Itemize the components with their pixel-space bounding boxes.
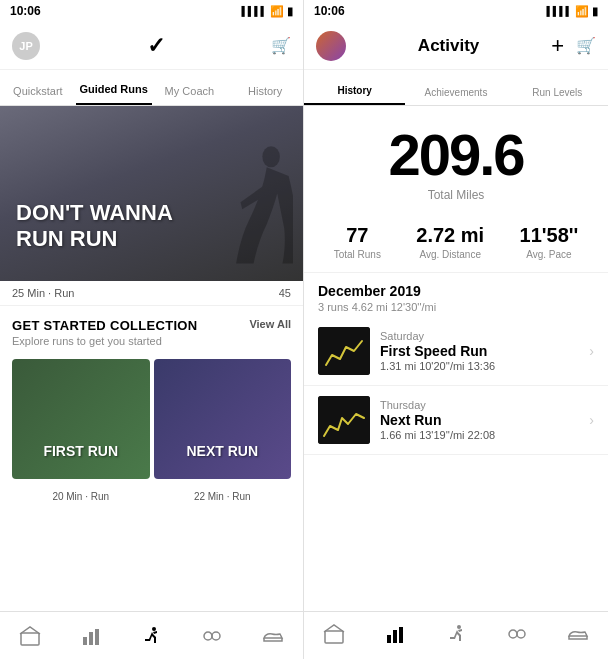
- run-cards-row: FIRST RUN NEXT RUN: [0, 351, 303, 487]
- right-header-actions: + 🛒: [551, 33, 596, 59]
- right-bag-icon[interactable]: 🛒: [576, 36, 596, 55]
- month-meta: 3 runs 4.62 mi 12'30''/mi: [318, 301, 594, 313]
- stats-row: 77 Total Runs 2.72 mi Avg. Distance 11'5…: [304, 212, 608, 273]
- run-chevron-2: ›: [589, 412, 594, 428]
- tab-achievements[interactable]: Achievements: [405, 87, 506, 105]
- plus-icon[interactable]: +: [551, 33, 564, 59]
- collection-subtitle: Explore runs to get you started: [12, 335, 197, 347]
- hero-card[interactable]: DON'T WANNA RUN RUN: [0, 106, 303, 281]
- svg-point-15: [509, 630, 517, 638]
- total-miles-value: 209.6: [320, 126, 592, 184]
- right-header-title: Activity: [418, 36, 479, 56]
- right-nav-run[interactable]: [445, 623, 467, 649]
- left-header: JP ✓ 🛒: [0, 22, 303, 70]
- avg-pace-label: Avg. Pace: [520, 249, 579, 260]
- tab-history[interactable]: History: [227, 85, 303, 105]
- avatar[interactable]: JP: [12, 32, 40, 60]
- svg-point-5: [152, 627, 156, 631]
- svg-rect-10: [325, 631, 343, 643]
- battery-icon: ▮: [287, 5, 293, 18]
- run-item-2[interactable]: Thursday Next Run 1.66 mi 13'19''/mi 22:…: [304, 386, 608, 455]
- right-bottom-nav: [304, 611, 608, 659]
- right-nav-social[interactable]: [506, 623, 528, 649]
- nav-icon-run[interactable]: [140, 625, 162, 647]
- stats-main: 209.6 Total Miles: [304, 106, 608, 212]
- run-item-1[interactable]: Saturday First Speed Run 1.31 mi 10'20''…: [304, 317, 608, 386]
- nav-icon-chart[interactable]: [80, 625, 102, 647]
- right-time: 10:06: [314, 4, 345, 18]
- run-info-1: Saturday First Speed Run 1.31 mi 10'20''…: [380, 330, 589, 372]
- left-nav-tabs: Quickstart Guided Runs My Coach History: [0, 70, 303, 106]
- run-map-thumb-1: [318, 327, 370, 375]
- right-status-icons: ▌▌▌▌ 📶 ▮: [546, 5, 598, 18]
- svg-point-16: [517, 630, 525, 638]
- left-status-bar: 10:06 ▌▌▌▌ 📶 ▮: [0, 0, 303, 22]
- avg-pace-value: 11'58'': [520, 224, 579, 247]
- run-card-next[interactable]: NEXT RUN: [154, 359, 292, 479]
- history-month: December 2019 3 runs 4.62 mi 12'30''/mi: [304, 273, 608, 317]
- next-run-bg: [154, 359, 292, 479]
- hero-meta: 25 Min · Run 45: [0, 281, 303, 306]
- svg-rect-12: [393, 630, 397, 643]
- first-run-bg: [12, 359, 150, 479]
- tab-guided-runs[interactable]: Guided Runs: [76, 83, 152, 105]
- run-day-1: Saturday: [380, 330, 589, 342]
- first-run-label: FIRST RUN: [12, 443, 150, 459]
- total-runs-value: 77: [334, 224, 381, 247]
- left-status-icons: ▌▌▌▌ 📶 ▮: [241, 5, 293, 18]
- header-right-icons: 🛒: [271, 36, 291, 55]
- right-panel: 10:06 ▌▌▌▌ 📶 ▮ Activity + 🛒 History Achi…: [304, 0, 608, 659]
- run-name-2: Next Run: [380, 412, 589, 428]
- nike-logo: ✓: [147, 33, 164, 59]
- right-battery-icon: ▮: [592, 5, 598, 18]
- total-miles-label: Total Miles: [320, 188, 592, 202]
- tab-run-levels[interactable]: Run Levels: [507, 87, 608, 105]
- signal-icon: ▌▌▌▌: [241, 6, 267, 16]
- nav-icon-shoe[interactable]: [262, 625, 284, 647]
- tab-history-right[interactable]: History: [304, 85, 405, 105]
- nav-icon-social[interactable]: [201, 625, 223, 647]
- svg-point-0: [262, 146, 280, 167]
- svg-point-14: [457, 625, 461, 629]
- tab-quickstart[interactable]: Quickstart: [0, 85, 76, 105]
- avg-distance-value: 2.72 mi: [416, 224, 484, 247]
- svg-rect-2: [83, 637, 87, 645]
- svg-rect-1: [21, 633, 39, 645]
- right-nav-tabs: History Achievements Run Levels: [304, 70, 608, 106]
- right-profile-avatar[interactable]: [316, 31, 346, 61]
- first-run-meta: 20 Min · Run: [12, 487, 150, 506]
- run-name-1: First Speed Run: [380, 343, 589, 359]
- right-header: Activity + 🛒: [304, 22, 608, 70]
- run-details-2: 1.66 mi 13'19''/mi 22:08: [380, 429, 589, 441]
- run-map-path-1: [318, 327, 370, 375]
- next-run-label: NEXT RUN: [154, 443, 292, 459]
- view-all-button[interactable]: View All: [249, 318, 291, 330]
- nav-icon-home[interactable]: [19, 625, 41, 647]
- svg-point-7: [212, 632, 220, 640]
- total-runs-label: Total Runs: [334, 249, 381, 260]
- stat-avg-distance: 2.72 mi Avg. Distance: [416, 224, 484, 260]
- right-nav-shoe[interactable]: [567, 623, 589, 649]
- next-run-meta: 22 Min · Run: [154, 487, 292, 506]
- stat-avg-pace: 11'58'' Avg. Pace: [520, 224, 579, 260]
- avg-distance-label: Avg. Distance: [416, 249, 484, 260]
- right-signal-icon: ▌▌▌▌: [546, 6, 572, 16]
- right-nav-chart[interactable]: [384, 623, 406, 649]
- stat-total-runs: 77 Total Runs: [334, 224, 381, 260]
- tab-my-coach[interactable]: My Coach: [152, 85, 228, 105]
- left-bottom-nav: [0, 611, 303, 659]
- run-map-path-2: [318, 396, 370, 444]
- svg-point-6: [204, 632, 212, 640]
- right-nav-home[interactable]: [323, 623, 345, 649]
- collection-header: GET STARTED COLLECTION Explore runs to g…: [0, 306, 303, 351]
- right-status-bar: 10:06 ▌▌▌▌ 📶 ▮: [304, 0, 608, 22]
- bag-icon[interactable]: 🛒: [271, 36, 291, 55]
- run-day-2: Thursday: [380, 399, 589, 411]
- run-info-2: Thursday Next Run 1.66 mi 13'19''/mi 22:…: [380, 399, 589, 441]
- collection-title: GET STARTED COLLECTION: [12, 318, 197, 333]
- runner-silhouette: [223, 141, 293, 281]
- svg-rect-3: [89, 632, 93, 645]
- svg-rect-4: [95, 629, 99, 645]
- run-chevron-1: ›: [589, 343, 594, 359]
- run-card-first[interactable]: FIRST RUN: [12, 359, 150, 479]
